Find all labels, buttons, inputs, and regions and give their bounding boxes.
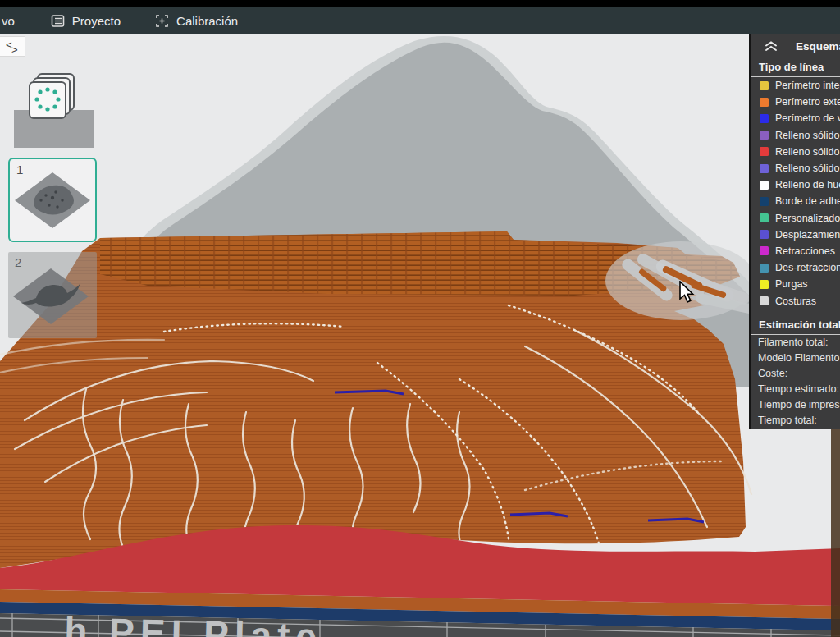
estimation-tiempo-total: Tiempo total: bbox=[751, 413, 840, 428]
legend-item-label: Perímetro de v bbox=[775, 112, 840, 124]
menu-item-label: vo bbox=[2, 14, 15, 28]
gcode-preview-viewport[interactable]: h PEI Plate bbox=[0, 34, 840, 637]
line-type-color-swatch bbox=[760, 246, 769, 255]
legend-item-relleno-huecos[interactable]: Relleno de hue bbox=[751, 176, 840, 193]
estimation-coste: Coste: bbox=[751, 366, 840, 382]
legend-item-label: Costuras bbox=[775, 296, 816, 307]
line-type-color-swatch bbox=[760, 81, 769, 90]
legend-item-label: Borde de adhe bbox=[775, 195, 840, 207]
line-type-color-swatch bbox=[760, 147, 769, 156]
line-type-color-swatch bbox=[760, 114, 769, 123]
stacked-plates-icon bbox=[28, 72, 79, 123]
estimation-tiempo-estimado: Tiempo estimado: bbox=[751, 382, 840, 397]
legend-item-label: Relleno sólido bbox=[775, 163, 840, 174]
line-type-header: Tipo de línea bbox=[751, 57, 840, 77]
plate-number: 1 bbox=[16, 163, 23, 176]
legend-item-perimetro-externo[interactable]: Perímetro exte bbox=[751, 94, 840, 110]
legend-panel-title: Esquema d bbox=[796, 40, 840, 53]
project-list-icon bbox=[51, 14, 65, 28]
line-type-color-swatch bbox=[760, 296, 769, 305]
legend-item-borde-adherencia[interactable]: Borde de adhe bbox=[751, 193, 840, 209]
line-type-color-swatch bbox=[760, 280, 769, 289]
legend-item-label: Perímetro exte bbox=[775, 96, 840, 108]
legend-item-desplazamientos[interactable]: Desplazamient bbox=[751, 227, 840, 243]
line-type-color-swatch bbox=[760, 230, 769, 239]
legend-item-relleno-solido-1[interactable]: Relleno sólido bbox=[751, 127, 840, 144]
line-type-color-swatch bbox=[760, 213, 769, 222]
calibration-frame-icon bbox=[155, 14, 169, 28]
line-type-color-swatch bbox=[760, 98, 769, 107]
legend-item-label: Relleno de hue bbox=[775, 179, 840, 190]
line-type-color-swatch bbox=[760, 264, 769, 273]
arrow-cursor bbox=[678, 281, 696, 307]
window-top-strip bbox=[0, 0, 840, 7]
line-type-color-swatch bbox=[760, 197, 769, 206]
legend-item-label: Personalizado bbox=[775, 213, 840, 224]
legend-item-personalizado[interactable]: Personalizado bbox=[751, 210, 840, 227]
legend-item-relleno-solido-3[interactable]: Relleno sólido bbox=[751, 160, 840, 176]
estimation-header: Estimación total bbox=[751, 315, 840, 335]
menu-item-archivo[interactable]: vo bbox=[2, 14, 15, 28]
legend-item-label: Desplazamient bbox=[775, 229, 840, 241]
estimation-filamento-total: Filamento total: bbox=[751, 335, 840, 351]
estimation-tiempo-impresion: Tiempo de impres bbox=[751, 397, 840, 413]
line-type-color-swatch bbox=[760, 164, 769, 173]
all-plates-thumbnail[interactable] bbox=[8, 61, 97, 148]
menu-item-label: Proyecto bbox=[72, 14, 121, 28]
legend-item-relleno-solido-2[interactable]: Relleno sólido bbox=[751, 144, 840, 160]
legend-item-retracciones[interactable]: Retracciones bbox=[751, 243, 840, 259]
chevrons-up-icon bbox=[765, 40, 778, 52]
legend-item-label: Relleno sólido bbox=[775, 130, 840, 141]
line-type-color-swatch bbox=[760, 131, 769, 140]
legend-item-label: Des-retracción bbox=[775, 262, 840, 273]
legend-item-purgas[interactable]: Purgas bbox=[751, 276, 840, 292]
legend-panel-header[interactable]: Esquema d bbox=[751, 34, 840, 57]
sliced-model-render: h PEI Plate bbox=[0, 34, 840, 637]
sidebar-collapse-button[interactable]: < > bbox=[0, 36, 25, 57]
estimation-modelo-filamento: Modelo Filamento bbox=[751, 351, 840, 366]
line-type-color-swatch bbox=[760, 181, 769, 190]
menubar: vo Proyecto Calibración bbox=[0, 7, 840, 34]
model-right-shadow bbox=[831, 428, 840, 637]
legend-item-costuras[interactable]: Costuras bbox=[751, 292, 840, 309]
legend-item-label: Purgas bbox=[775, 278, 808, 290]
legend-item-des-retracciones[interactable]: Des-retracción bbox=[751, 259, 840, 276]
legend-panel: Esquema d Tipo de línea Perímetro inter … bbox=[749, 34, 840, 429]
legend-item-perimetro-voladizo[interactable]: Perímetro de v bbox=[751, 110, 840, 126]
legend-item-perimetro-interno[interactable]: Perímetro inter bbox=[751, 77, 840, 94]
legend-item-label: Relleno sólido bbox=[775, 146, 840, 158]
menu-item-calibracion[interactable]: Calibración bbox=[155, 14, 238, 28]
plate-thumbnail-1[interactable]: 1 bbox=[8, 158, 97, 242]
plate-number: 2 bbox=[15, 255, 21, 269]
menu-item-proyecto[interactable]: Proyecto bbox=[51, 14, 121, 28]
menu-item-label: Calibración bbox=[176, 14, 238, 28]
legend-item-label: Perímetro inter bbox=[775, 80, 840, 91]
plate-thumbnail-2[interactable]: 2 bbox=[8, 252, 97, 338]
legend-item-label: Retracciones bbox=[775, 245, 835, 257]
